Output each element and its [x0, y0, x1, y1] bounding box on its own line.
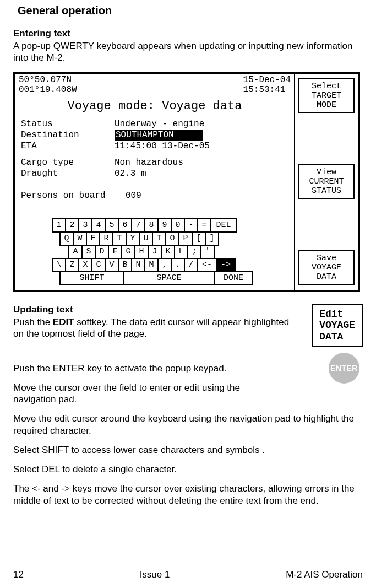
key-backslash[interactable]: \ [52, 258, 66, 272]
latitude: 50°50.077N [19, 75, 243, 85]
screen-title: Voyage mode: Voyage data [15, 99, 294, 113]
footer-page-number: 12 [13, 569, 24, 580]
key-slash[interactable]: / [184, 258, 198, 272]
section2-p2: Push the ENTER key to activate the popup… [13, 363, 363, 374]
longitude: 001°19.408W [19, 85, 243, 95]
qwerty-keyboard: 1 2 3 4 5 6 7 8 9 0 - = DEL Q W [52, 218, 257, 285]
draught-value: 02.3 m [115, 168, 146, 179]
section2-p6: Select DEL to delete a single character. [13, 463, 363, 475]
key-period[interactable]: . [171, 258, 185, 272]
section2-p3: Move the cursor over the field to enter … [13, 382, 250, 406]
section2-p1: Push the EDIT softkey. The data edit cur… [13, 316, 363, 340]
section2-p7: The <- and -> keys move the cursor over … [13, 483, 363, 506]
key-u[interactable]: U [139, 231, 153, 246]
key-1[interactable]: 1 [52, 218, 66, 233]
date: 15-Dec-04 [243, 75, 291, 85]
key-t[interactable]: T [112, 231, 127, 246]
key-d[interactable]: D [95, 245, 109, 259]
key-m[interactable]: M [144, 258, 159, 272]
section2-p4: Move the edit cursor around the keyboard… [13, 413, 363, 436]
key-v[interactable]: V [105, 258, 119, 272]
key-l[interactable]: L [174, 245, 188, 259]
key-k[interactable]: K [161, 245, 175, 259]
key-a[interactable]: A [68, 245, 83, 259]
key-3[interactable]: 3 [78, 218, 92, 233]
softkey-view-current-status[interactable]: View CURRENT STATUS [298, 164, 355, 199]
key-0[interactable]: 0 [171, 218, 185, 233]
key-b[interactable]: B [118, 258, 132, 272]
key-dash[interactable]: - [184, 218, 198, 233]
section2-p5: Select SHIFT to access lower case charac… [13, 444, 363, 456]
key-g[interactable]: G [121, 245, 135, 259]
key-n[interactable]: N [131, 258, 145, 272]
key-i[interactable]: I [152, 231, 166, 246]
section2-title: Updating text [13, 304, 363, 315]
key-done[interactable]: DONE [214, 271, 253, 285]
key-f[interactable]: F [108, 245, 122, 259]
key-left-arrow[interactable]: <- [197, 258, 217, 272]
key-h[interactable]: H [134, 245, 149, 259]
page-title: General operation [18, 4, 363, 17]
key-5[interactable]: 5 [105, 218, 119, 233]
key-2[interactable]: 2 [65, 218, 79, 233]
key-9[interactable]: 9 [157, 218, 172, 233]
key-del[interactable]: DEL [210, 218, 237, 233]
footer-doc-title: M-2 AIS Operation [286, 569, 363, 580]
persons-label: Persons on board [21, 190, 126, 201]
key-semicolon[interactable]: ; [187, 245, 201, 259]
status-value: Underway - engine [115, 118, 204, 130]
key-6[interactable]: 6 [118, 218, 132, 233]
cargo-label: Cargo type [21, 157, 115, 168]
eta-label: ETA [21, 141, 115, 152]
key-space[interactable]: SPACE [123, 271, 215, 285]
key-rbracket[interactable]: ] [205, 231, 219, 246]
enter-key-icon: ENTER [329, 353, 359, 384]
key-r[interactable]: R [99, 231, 113, 246]
page-footer: 12 Issue 1 M-2 AIS Operation [13, 569, 363, 580]
key-comma[interactable]: , [157, 258, 172, 272]
section1-title: Entering text [13, 28, 363, 39]
key-7[interactable]: 7 [131, 218, 145, 233]
key-equals[interactable]: = [197, 218, 211, 233]
softkey-edit-voyage-data[interactable]: Edit VOYAGE DATA [312, 304, 363, 347]
cargo-value: Non hazardous [115, 157, 183, 168]
destination-value[interactable]: SOUTHAMPTON_ [115, 130, 203, 141]
key-o[interactable]: O [165, 231, 179, 246]
key-right-arrow[interactable]: -> [216, 258, 236, 272]
key-q[interactable]: Q [59, 231, 74, 246]
eta-value: 11:45:00 13-Dec-05 [115, 141, 210, 152]
key-x[interactable]: X [78, 258, 92, 272]
key-s[interactable]: S [81, 245, 96, 259]
key-z[interactable]: Z [65, 258, 79, 272]
section1-body: A pop-up QWERTY keyboard appears when up… [13, 40, 363, 64]
destination-label: Destination [21, 130, 115, 141]
key-8[interactable]: 8 [144, 218, 159, 233]
softkey-save-voyage-data[interactable]: Save VOYAGE DATA [298, 250, 355, 285]
time: 15:53:41 [243, 85, 291, 95]
key-apostrophe[interactable]: ' [200, 245, 215, 259]
key-e[interactable]: E [86, 231, 100, 246]
key-w[interactable]: W [73, 231, 87, 246]
key-lbracket[interactable]: [ [192, 231, 206, 246]
key-p[interactable]: P [178, 231, 193, 246]
key-j[interactable]: J [148, 245, 162, 259]
key-c[interactable]: C [91, 258, 106, 272]
key-y[interactable]: Y [126, 231, 140, 246]
key-4[interactable]: 4 [91, 218, 106, 233]
screenshot-panel: 50°50.077N 001°19.408W 15-Dec-04 15:53:4… [13, 72, 360, 292]
persons-value: 009 [126, 190, 141, 201]
key-shift[interactable]: SHIFT [59, 271, 124, 285]
footer-issue: Issue 1 [140, 569, 170, 580]
softkey-select-target-mode[interactable]: Select TARGET MODE [298, 78, 355, 114]
draught-label: Draught [21, 168, 115, 179]
status-label: Status [21, 118, 115, 130]
